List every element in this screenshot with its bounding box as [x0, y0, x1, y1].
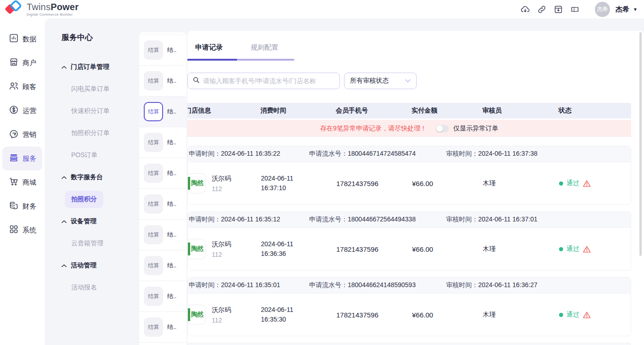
search-box — [187, 73, 340, 89]
record-row[interactable]: 陶然 沃尔码 112 2024-06-11 16:35:30 178214375… — [188, 294, 631, 336]
abnormal-alert-banner: 存在9笔异常申请记录，请尽快处理！ 仅显示异常订单 — [187, 120, 631, 137]
settlement-list-item[interactable]: 结算 结.. — [139, 158, 186, 189]
status-dot — [559, 313, 563, 317]
search-input[interactable] — [203, 77, 339, 85]
page-title: 服务中心 — [62, 32, 139, 44]
sidebar-item-photo-points[interactable]: 拍照积分 — [62, 188, 139, 210]
settlement-list-item[interactable]: 结算 结.. — [139, 312, 186, 343]
store-logo: 陶然 — [187, 239, 206, 259]
nav-item-mall[interactable]: 商城 — [2, 170, 42, 194]
nav-item-merchant[interactable]: 商户 — [2, 51, 42, 75]
sidebar-item-quick-points-orders[interactable]: 快速积分订单 — [62, 100, 139, 122]
user-name[interactable]: 杰希 — [616, 5, 629, 14]
tab-application-records[interactable]: 申请记录 — [195, 43, 223, 52]
serial-label: 申请流水号： — [309, 215, 348, 223]
sidebar-item-flash-pay-orders[interactable]: 闪电买单订单 — [62, 78, 139, 100]
nav-item-marketing[interactable]: 营销 — [2, 123, 42, 147]
nav-item-finance[interactable]: 财务 — [2, 194, 42, 218]
record-group-header: 申请时间：2024-06-11 16:35:22 申请流水号：180044671… — [188, 146, 631, 162]
column-header: 审核员 — [482, 107, 556, 115]
nav-item-customers[interactable]: 顾客 — [2, 75, 42, 99]
settlement-list-item[interactable]: 结算 结.. — [139, 250, 186, 281]
cloud-download-icon[interactable] — [517, 3, 533, 16]
column-header: 会员手机号 — [336, 107, 412, 115]
link-icon[interactable] — [533, 3, 550, 16]
store-logo-strip — [187, 308, 190, 321]
settlement-badge: 结算 — [144, 225, 163, 244]
settlement-list-item[interactable]: 结算 结.. — [139, 127, 186, 158]
sidebar-section-device-management[interactable]: 设备管理 — [62, 210, 139, 232]
status-text: 通过 — [566, 179, 579, 187]
store-cell: 陶然 沃尔码 112 — [188, 173, 261, 193]
database-icon[interactable] — [550, 3, 566, 16]
tab-rule-config[interactable]: 规则配置 — [251, 43, 278, 52]
nav-item-service[interactable]: 服务 — [2, 147, 42, 170]
settlement-list-item[interactable]: 结算 结.. — [139, 66, 186, 96]
sidebar-item-photo-points-orders[interactable]: 拍照积分订单 — [62, 122, 139, 144]
sidebar-item-cloud-speaker[interactable]: 云音箱管理 — [62, 232, 139, 255]
brand-title: TwinsPower — [27, 2, 79, 11]
settlement-list-item[interactable]: 结算 结.. — [139, 96, 186, 127]
mall-cart-icon — [8, 176, 19, 189]
user-menu-caret-icon[interactable]: ▼ — [633, 7, 638, 12]
settlement-item-label: 结.. — [167, 46, 176, 54]
serial-value: 1800446714724585474 — [348, 150, 416, 157]
customers-icon — [8, 80, 19, 93]
record-row[interactable]: 陶然 沃尔码 112 2024-06-11 16:36:36 178214375… — [188, 228, 631, 270]
warning-icon[interactable] — [583, 180, 591, 187]
settlement-badge: 结算 — [144, 164, 163, 183]
store-logo-text: 陶然 — [191, 245, 203, 253]
settlement-list-item[interactable]: 结算 结.. — [139, 35, 186, 66]
column-header: 状态 — [556, 107, 631, 115]
sidebar-section-activity-management[interactable]: 活动管理 — [62, 255, 139, 277]
settlement-item-label: 结.. — [167, 107, 176, 116]
paid-amount-cell: ¥66.00 — [412, 180, 483, 187]
service-sidebar: 服务中心 门店订单管理 闪电买单订单 快速积分订单 拍照积分订单 POS订单 数… — [45, 18, 139, 345]
store-logo-strip — [187, 177, 190, 190]
consume-time: 16:35:30 — [261, 315, 336, 324]
settlement-item-label: 结.. — [167, 169, 176, 177]
coupon-icon[interactable] — [566, 3, 583, 16]
sidebar-section-digital-service-desk[interactable]: 数字服务台 — [62, 166, 139, 188]
apply-time-value: 2024-06-11 16:35:22 — [221, 150, 280, 157]
column-header: 门店信息 — [187, 107, 260, 115]
user-avatar[interactable]: 杰希 — [595, 2, 610, 17]
toggle-label: 仅显示异常订单 — [453, 124, 498, 133]
vertical-scrollbar[interactable] — [639, 32, 642, 256]
store-name: 沃尔码 — [212, 240, 231, 249]
record-row[interactable]: 陶然 沃尔码 112 2024-06-11 16:37:10 178214375… — [188, 162, 631, 204]
store-logo-text: 陶然 — [191, 179, 203, 187]
tab-underline-active — [187, 59, 237, 61]
brand-subtitle: Digital Commerce Builder — [27, 13, 79, 17]
table-header: 门店信息 消费时间 会员手机号 实付金额 审核员 状态 — [187, 103, 631, 119]
store-logo-text: 陶然 — [191, 311, 203, 319]
nav-item-system[interactable]: 系统 — [2, 218, 42, 242]
warning-icon[interactable] — [583, 246, 591, 253]
sidebar-item-pos-orders[interactable]: POS订单 — [62, 144, 139, 166]
store-logo: 陶然 — [187, 305, 206, 325]
finance-icon — [8, 200, 19, 213]
settlement-list-item[interactable]: 结算 结.. — [139, 281, 186, 312]
status-dot — [559, 247, 563, 251]
abnormal-only-toggle[interactable] — [436, 125, 449, 132]
chevron-up-icon — [62, 66, 67, 69]
settlement-list-item[interactable]: 结算 结.. — [139, 189, 186, 220]
settlement-list-item[interactable]: 结算 结.. — [139, 220, 186, 250]
warning-icon[interactable] — [583, 311, 591, 318]
sidebar-section-store-orders[interactable]: 门店订单管理 — [62, 56, 139, 78]
audit-time-label: 审核时间： — [446, 150, 478, 157]
marketing-icon — [8, 128, 19, 141]
sidebar-item-activity-signup[interactable]: 活动报名 — [62, 277, 139, 299]
nav-item-data[interactable]: 数据 — [2, 27, 42, 51]
settlement-badge: 结算 — [144, 317, 163, 337]
consume-date: 2024-06-11 — [261, 239, 336, 249]
consume-time-cell: 2024-06-11 16:35:30 — [261, 305, 336, 324]
tab-underline — [187, 59, 631, 61]
column-header: 消费时间 — [260, 107, 336, 115]
settlement-badge: 结算 — [144, 194, 163, 214]
audit-status-select[interactable]: 所有审核状态 — [344, 73, 417, 89]
record-group-header: 申请时间：2024-06-11 16:35:01 申请流水号：180044662… — [188, 277, 631, 294]
store-logo: 陶然 — [187, 173, 206, 193]
store-name: 沃尔码 — [212, 175, 231, 183]
nav-item-operations[interactable]: 运营 — [2, 99, 42, 123]
